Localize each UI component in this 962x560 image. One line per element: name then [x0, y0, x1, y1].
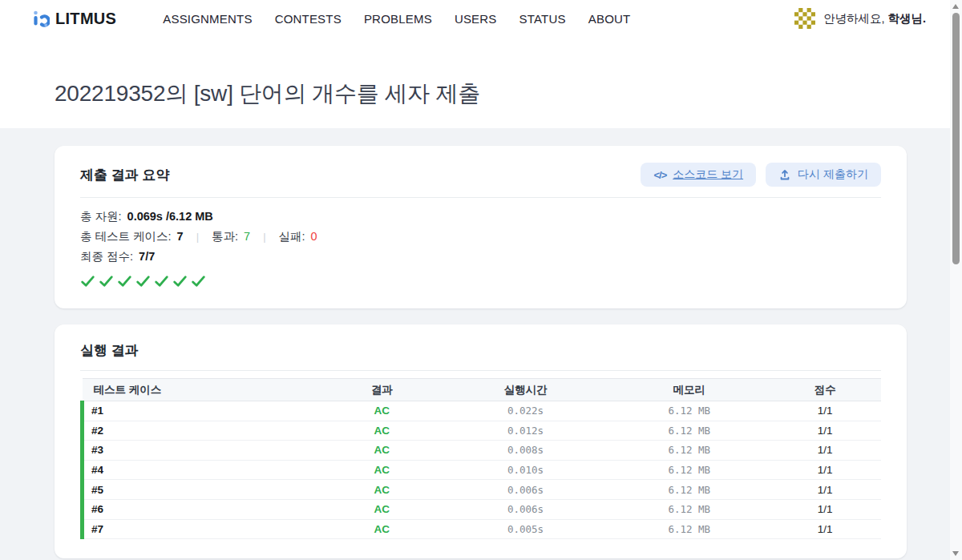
- column-header: 실행시간: [442, 379, 609, 401]
- cell-id: #4: [83, 460, 322, 480]
- nav-item-assignments[interactable]: ASSIGNMENTS: [163, 12, 252, 26]
- top-navigation-bar: LITMUS ASSIGNMENTSCONTESTSPROBLEMSUSERSS…: [0, 0, 962, 37]
- cell-time: 0.012s: [442, 421, 609, 441]
- cell-result: AC: [321, 441, 441, 461]
- cell-result: AC: [321, 421, 441, 441]
- cell-id: #2: [83, 421, 322, 441]
- cell-time: 0.010s: [442, 460, 609, 480]
- cell-id: #5: [83, 480, 322, 500]
- results-divider: [80, 370, 881, 371]
- results-card-title: 실행 결과: [80, 341, 881, 360]
- cell-time: 0.005s: [442, 519, 609, 539]
- table-row[interactable]: #1AC0.022s6.12 MB1/1: [83, 401, 882, 421]
- cell-score: 1/1: [769, 519, 881, 539]
- stat-final-score: 최종 점수: 7/7: [80, 247, 881, 267]
- cell-time: 0.006s: [442, 480, 609, 500]
- cell-result: AC: [321, 519, 441, 539]
- check-icon: [135, 274, 151, 289]
- cell-time: 0.022s: [442, 401, 609, 421]
- table-row[interactable]: #6AC0.006s6.12 MB1/1: [83, 499, 882, 519]
- cell-id: #7: [83, 519, 322, 539]
- scrollbar-down-arrow-icon[interactable]: [952, 551, 959, 556]
- identicon-avatar[interactable]: [794, 8, 815, 29]
- code-icon: </>: [653, 169, 666, 181]
- cell-result: AC: [321, 401, 441, 421]
- brand-name: LITMUS: [55, 10, 116, 28]
- column-header: 점수: [769, 379, 881, 401]
- table-row[interactable]: #5AC0.006s6.12 MB1/1: [83, 480, 882, 500]
- cell-time: 0.008s: [442, 441, 609, 461]
- cell-score: 1/1: [769, 421, 881, 441]
- view-source-button[interactable]: </> 소스코드 보기: [641, 163, 756, 187]
- cell-score: 1/1: [769, 460, 881, 480]
- cell-memory: 6.12 MB: [609, 401, 769, 421]
- nav-item-problems[interactable]: PROBLEMS: [364, 12, 432, 26]
- pass-count: 7: [244, 227, 250, 247]
- summary-divider: [80, 197, 881, 198]
- cell-score: 1/1: [769, 499, 881, 519]
- resubmit-label: 다시 제출하기: [798, 167, 868, 182]
- cell-score: 1/1: [769, 480, 881, 500]
- cell-id: #1: [83, 401, 322, 421]
- cell-memory: 6.12 MB: [609, 480, 769, 500]
- nav-item-status[interactable]: STATUS: [519, 12, 566, 26]
- table-row[interactable]: #7AC0.005s6.12 MB1/1: [83, 519, 882, 539]
- cell-memory: 6.12 MB: [609, 519, 769, 539]
- column-header: 테스트 케이스: [83, 379, 322, 401]
- check-icon: [99, 274, 114, 289]
- cell-memory: 6.12 MB: [609, 460, 769, 480]
- results-table-header: 테스트 케이스결과실행시간메모리점수: [83, 379, 882, 401]
- check-list: [80, 274, 881, 289]
- check-icon: [80, 274, 95, 289]
- cell-time: 0.006s: [442, 499, 609, 519]
- check-icon: [191, 274, 206, 289]
- summary-card-title: 제출 결과 요약: [80, 166, 169, 184]
- scrollbar[interactable]: [950, 0, 962, 560]
- check-icon: [172, 274, 188, 289]
- content-area: 제출 결과 요약 </> 소스코드 보기 다시 제출하기 총 자원:: [0, 128, 962, 560]
- stat-separator: |: [196, 227, 199, 247]
- cell-result: AC: [321, 480, 441, 500]
- cell-score: 1/1: [769, 441, 881, 461]
- scrollbar-up-arrow-icon[interactable]: [952, 4, 959, 9]
- results-table: 테스트 케이스결과실행시간메모리점수 #1AC0.022s6.12 MB1/1#…: [80, 378, 881, 539]
- cell-score: 1/1: [769, 401, 881, 421]
- nav-item-about[interactable]: ABOUT: [588, 12, 631, 26]
- stat-separator: |: [263, 227, 265, 247]
- column-header: 메모리: [609, 379, 769, 401]
- fail-count: 0: [311, 227, 317, 247]
- upload-icon: [778, 168, 791, 181]
- litmus-logo-icon: [32, 9, 50, 28]
- cell-memory: 6.12 MB: [609, 421, 769, 441]
- cell-memory: 6.12 MB: [609, 441, 769, 461]
- cell-result: AC: [321, 499, 441, 519]
- nav-item-users[interactable]: USERS: [455, 12, 497, 26]
- table-row[interactable]: #2AC0.012s6.12 MB1/1: [83, 421, 882, 441]
- execution-results-card: 실행 결과 테스트 케이스결과실행시간메모리점수 #1AC0.022s6.12 …: [55, 324, 907, 558]
- cell-result: AC: [321, 460, 441, 480]
- page-title: 202219352의 [sw] 단어의 개수를 세자 제출: [55, 79, 907, 109]
- scrollbar-thumb[interactable]: [952, 13, 960, 264]
- table-row[interactable]: #3AC0.008s6.12 MB1/1: [83, 441, 882, 461]
- check-icon: [154, 274, 169, 289]
- cell-id: #3: [83, 441, 322, 461]
- nav-item-contests[interactable]: CONTESTS: [275, 12, 342, 26]
- view-source-label: 소스코드 보기: [673, 167, 743, 182]
- resubmit-button[interactable]: 다시 제출하기: [766, 163, 881, 187]
- summary-stats: 총 자원: 0.069s /6.12 MB 총 테스트 케이스: 7 | 통과:…: [80, 207, 881, 267]
- greeting-text: 안녕하세요, 학생님.: [823, 11, 926, 26]
- stat-testcases: 총 테스트 케이스: 7 | 통과: 7 | 실패: 0: [80, 227, 881, 247]
- check-icon: [117, 274, 132, 289]
- stat-total-resource: 총 자원: 0.069s /6.12 MB: [80, 207, 881, 227]
- litmus-logo[interactable]: LITMUS: [32, 9, 116, 28]
- main-nav: ASSIGNMENTSCONTESTSPROBLEMSUSERSSTATUSAB…: [163, 12, 630, 26]
- table-row[interactable]: #4AC0.010s6.12 MB1/1: [83, 460, 882, 480]
- cell-id: #6: [83, 499, 322, 519]
- column-header: 결과: [321, 379, 441, 401]
- submission-summary-card: 제출 결과 요약 </> 소스코드 보기 다시 제출하기 총 자원:: [55, 146, 907, 308]
- page-title-section: 202219352의 [sw] 단어의 개수를 세자 제출: [0, 37, 962, 128]
- cell-memory: 6.12 MB: [609, 499, 769, 519]
